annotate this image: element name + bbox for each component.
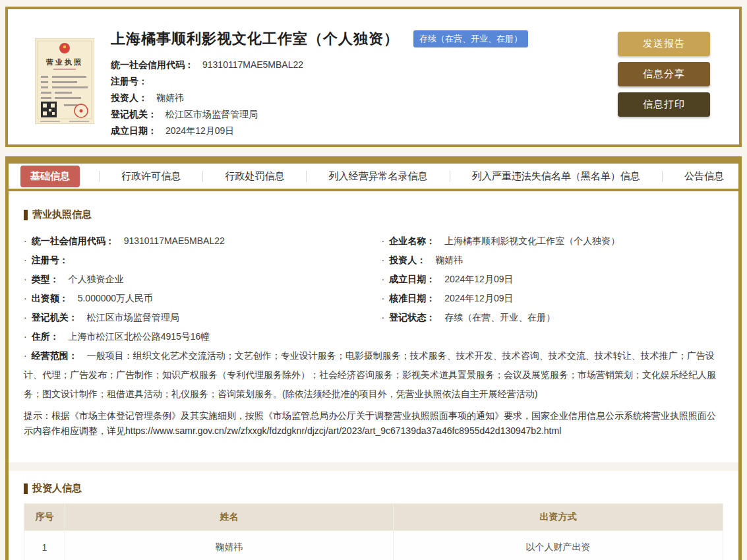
- header-field-reg-number: 注册号：: [111, 73, 528, 90]
- tab-admin-license[interactable]: 行政许可信息: [119, 166, 183, 187]
- tab-serious-violations[interactable]: 列入严重违法失信名单（黑名单）信息: [469, 166, 643, 187]
- investor-section-title: 投资人信息: [24, 482, 723, 495]
- tab-abnormal-operations[interactable]: 列入经营异常名录信息: [326, 166, 431, 187]
- status-badge: 存续（在营、开业、在册）: [413, 30, 528, 47]
- tab-basic-info[interactable]: 基础信息: [20, 166, 80, 187]
- main-info-card: 基础信息 行政许可信息 行政处罚信息 列入经营异常名录信息 列入严重违法失信名单…: [5, 156, 742, 560]
- license-title-text: 营业执照: [45, 58, 83, 66]
- send-report-button[interactable]: 发送报告: [618, 32, 710, 56]
- investor-table: 序号 姓名 出资方式 1 鞠婧祎 以个人财产出资: [24, 503, 723, 560]
- section-title-bar: [24, 210, 28, 220]
- company-header-card: 营业执照 上海橘事顺利影视文化工作室（个人独资）: [5, 7, 742, 147]
- license-info-section-title: 营业执照信息: [24, 208, 723, 221]
- info-share-button[interactable]: 信息分享: [618, 62, 710, 86]
- license-info-grid: ·统一社会信用代码：91310117MAE5MBAL22 ·企业名称：上海橘事顺…: [24, 232, 723, 404]
- cell-name: 鞠婧祎: [65, 531, 394, 560]
- field-establish-date: ·成立日期：2024年12月09日: [382, 270, 724, 289]
- qr-code: [41, 102, 57, 117]
- cell-index: 1: [24, 531, 65, 560]
- header-field-credit-code: 统一社会信用代码：91310117MAE5MBAL22: [111, 57, 528, 73]
- field-type: ·类型：个人独资企业: [24, 270, 366, 289]
- investor-table-header-row: 序号 姓名 出资方式: [24, 504, 723, 531]
- section-title-bar: [24, 483, 28, 494]
- field-address: ·住所：上海市松江区北松公路4915号16幢: [24, 327, 723, 346]
- cell-method: 以个人财产出资: [394, 531, 723, 560]
- license-notice-text: 提示：根据《市场主体登记管理条例》及其实施细则，按照《市场监管总局办公厅关于调整…: [24, 408, 723, 439]
- header-field-registry: 登记机关：松江区市场监督管理局: [111, 106, 528, 123]
- section-divider: [9, 462, 738, 471]
- tab-admin-penalty[interactable]: 行政处罚信息: [222, 166, 287, 187]
- table-row: 1 鞠婧祎 以个人财产出资: [24, 531, 723, 560]
- page-title: 上海橘事顺利影视文化工作室（个人独资）: [111, 29, 399, 49]
- tab-divider: [202, 171, 203, 182]
- field-investor: ·投资人：鞠婧祎: [382, 251, 724, 270]
- tab-divider: [662, 171, 663, 182]
- tab-divider: [306, 171, 307, 182]
- field-registration-status: ·登记状态：存续（在营、开业、在册）: [382, 308, 724, 327]
- tab-bar: 基础信息 行政许可信息 行政处罚信息 列入经营异常名录信息 列入严重违法失信名单…: [9, 164, 738, 191]
- header-action-buttons: 发送报告 信息分享 信息打印: [618, 32, 710, 117]
- tab-content: 营业执照信息 ·统一社会信用代码：91310117MAE5MBAL22 ·企业名…: [9, 191, 738, 560]
- column-header-name: 姓名: [65, 504, 394, 531]
- national-emblem-icon: [59, 43, 70, 53]
- column-header-index: 序号: [24, 504, 65, 531]
- field-registry-authority: ·登记机关：松江区市场监督管理局: [24, 308, 366, 327]
- field-company-name: ·企业名称：上海橘事顺利影视文化工作室（个人独资）: [382, 232, 724, 251]
- header-field-investor: 投资人：鞠婧祎: [111, 90, 528, 106]
- header-field-established: 成立日期：2024年12月09日: [111, 123, 528, 139]
- field-approval-date: ·核准日期：2024年12月09日: [382, 289, 724, 308]
- field-business-scope: ·经营范围：一般项目：组织文化艺术交流活动；文艺创作；专业设计服务；电影摄制服务…: [24, 346, 723, 404]
- field-credit-code: ·统一社会信用代码：91310117MAE5MBAL22: [24, 232, 366, 251]
- column-header-method: 出资方式: [394, 504, 723, 531]
- info-print-button[interactable]: 信息打印: [618, 92, 710, 117]
- field-capital: ·出资额：5.000000万人民币: [24, 289, 366, 308]
- business-license-thumbnail: 营业执照: [35, 38, 94, 124]
- company-summary: 上海橘事顺利影视文化工作室（个人独资） 存续（在营、开业、在册） 统一社会信用代…: [111, 29, 528, 139]
- tab-divider: [450, 171, 450, 182]
- field-reg-number: ·注册号：: [24, 251, 366, 270]
- tab-divider: [99, 171, 100, 182]
- tab-announcements[interactable]: 公告信息: [682, 166, 727, 187]
